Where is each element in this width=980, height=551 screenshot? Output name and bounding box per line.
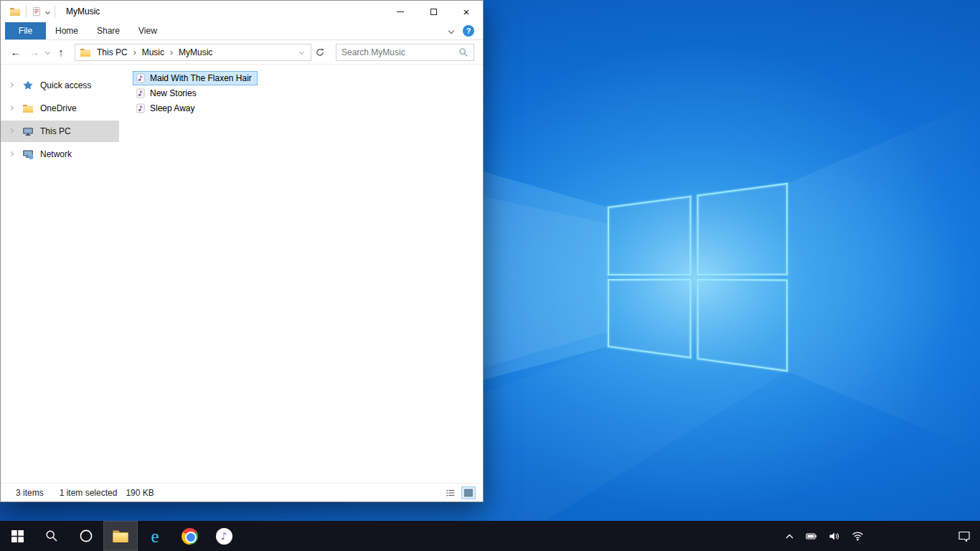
battery-button[interactable] (806, 531, 817, 542)
taskbar-search-button[interactable] (34, 521, 69, 551)
large-icons-view-button[interactable] (461, 486, 476, 499)
show-hidden-icons-button[interactable] (785, 532, 794, 540)
wifi-icon (852, 531, 864, 541)
status-selection-size: 190 KB (126, 488, 154, 498)
taskbar-chrome-button[interactable] (172, 521, 207, 551)
internet-explorer-icon: e (151, 527, 159, 545)
ribbon-tab-bar: File Home Share View ? (1, 22, 483, 40)
taskbar-file-explorer-button[interactable] (103, 521, 138, 551)
details-view-icon (446, 488, 456, 498)
nav-label: Quick access (40, 80, 91, 90)
nav-item-this-pc[interactable]: This PC (1, 121, 119, 142)
this-pc-icon (22, 126, 34, 137)
minimize-button[interactable] (384, 1, 417, 22)
nav-label: OneDrive (40, 103, 77, 113)
file-explorer-window: MyMusic × File Home Share View ? ← → ↑ T… (0, 0, 484, 502)
properties-icon[interactable] (32, 6, 42, 17)
nav-item-network[interactable]: Network (1, 143, 119, 165)
volume-icon (829, 531, 840, 542)
music-note-icon: ♪ (221, 531, 227, 541)
address-folder-icon (80, 47, 91, 58)
forward-button[interactable]: → (25, 43, 44, 62)
expander-icon[interactable] (9, 151, 14, 156)
nav-item-onedrive[interactable]: OneDrive (1, 98, 119, 119)
breadcrumb-separator-icon[interactable]: › (170, 47, 173, 57)
expander-icon[interactable] (9, 83, 14, 88)
action-center-icon (958, 530, 971, 542)
status-item-count: 3 items (16, 488, 44, 498)
breadcrumb-this-pc[interactable]: This PC (93, 47, 132, 57)
taskbar-internet-explorer-button[interactable]: e (138, 521, 172, 551)
up-button[interactable]: ↑ (52, 43, 70, 62)
breadcrumb-mymusic[interactable]: MyMusic (174, 47, 217, 57)
file-row[interactable]: Maid With The Flaxen Hair (133, 71, 258, 85)
file-explorer-icon (112, 527, 129, 545)
window-folder-icon (9, 6, 21, 17)
expander-icon[interactable] (9, 128, 14, 133)
action-center-button[interactable] (948, 521, 980, 551)
details-view-button[interactable] (443, 486, 458, 499)
navigation-pane: Quick access OneDrive This PC Network (1, 65, 119, 483)
expander-icon[interactable] (9, 105, 14, 110)
windows-start-icon (11, 530, 24, 542)
file-name: New Stories (150, 88, 197, 98)
file-name: Maid With The Flaxen Hair (150, 73, 252, 83)
refresh-button[interactable] (311, 44, 329, 61)
taskbar: e ♪ (0, 521, 980, 551)
titlebar-separator (55, 6, 55, 17)
recent-locations-icon[interactable] (45, 50, 50, 55)
titlebar-separator (26, 6, 27, 17)
search-input[interactable] (341, 47, 458, 57)
nav-label: Network (40, 149, 72, 159)
explorer-main: Quick access OneDrive This PC Network (1, 65, 483, 483)
search-icon (45, 529, 58, 542)
tab-home[interactable]: Home (46, 22, 88, 39)
start-button[interactable] (0, 521, 34, 551)
cortana-button[interactable] (69, 521, 103, 551)
itunes-icon: ♪ (216, 528, 232, 545)
network-button[interactable] (852, 531, 864, 541)
search-box (336, 44, 474, 61)
refresh-icon (315, 47, 325, 57)
audio-file-icon (136, 73, 146, 83)
back-button[interactable]: ← (6, 43, 25, 62)
nav-item-quick-access[interactable]: Quick access (1, 75, 119, 96)
close-button[interactable]: × (450, 1, 483, 22)
view-toggles (443, 486, 476, 499)
file-name: Sleep Away (150, 103, 195, 113)
breadcrumb-separator-icon[interactable]: › (133, 47, 136, 57)
maximize-button[interactable] (417, 1, 450, 22)
quick-access-star-icon (22, 80, 34, 91)
file-row[interactable]: New Stories (133, 86, 202, 100)
status-selection: 1 item selected (60, 488, 118, 498)
system-tray (785, 521, 948, 551)
expand-ribbon-icon[interactable] (448, 28, 454, 34)
onedrive-folder-icon (22, 103, 34, 114)
tab-view[interactable]: View (129, 22, 166, 39)
audio-file-icon (136, 103, 146, 113)
breadcrumb-music[interactable]: Music (138, 47, 169, 57)
maximize-icon (430, 9, 437, 15)
taskbar-itunes-button[interactable]: ♪ (207, 521, 241, 551)
search-icon[interactable] (458, 47, 468, 57)
navigation-toolbar: ← → ↑ This PC › Music › MyMusic (1, 40, 483, 65)
minimize-icon (397, 11, 404, 12)
chevron-up-icon (785, 532, 794, 540)
volume-button[interactable] (829, 531, 840, 542)
cortana-icon (79, 529, 93, 543)
tab-file[interactable]: File (5, 22, 46, 39)
address-bar[interactable]: This PC › Music › MyMusic (75, 44, 311, 61)
window-title: MyMusic (66, 6, 100, 17)
window-controls: × (384, 1, 483, 22)
file-row[interactable]: Sleep Away (133, 101, 201, 116)
file-list[interactable]: Maid With The Flaxen Hair New Stories Sl… (119, 65, 483, 483)
qat-customize-icon[interactable] (45, 9, 50, 14)
nav-label: This PC (40, 126, 71, 136)
address-dropdown-icon[interactable] (299, 50, 304, 55)
tab-share[interactable]: Share (88, 22, 129, 39)
titlebar[interactable]: MyMusic × (1, 1, 483, 22)
chrome-icon (182, 528, 198, 545)
large-icons-view-icon (463, 488, 473, 498)
audio-file-icon (136, 88, 146, 98)
help-icon[interactable]: ? (463, 25, 474, 37)
